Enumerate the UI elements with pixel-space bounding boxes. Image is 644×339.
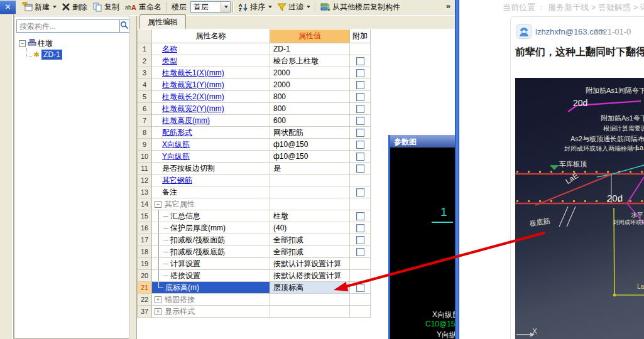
property-name[interactable]: 柱墩截宽2(Y)(mm) [162, 104, 224, 114]
search-input[interactable] [16, 19, 120, 33]
property-value-cell[interactable] [270, 175, 350, 186]
parameter-diagram-canvas[interactable]: 1 X向纵筋 C10@150 Y向纵筋 [390, 148, 456, 339]
table-row[interactable]: 14−其它属性 [137, 198, 371, 210]
property-name-cell[interactable]: 类型 [152, 55, 270, 67]
property-value-cell[interactable]: 800 [270, 103, 350, 115]
attach-checkbox[interactable] [356, 141, 364, 149]
attach-checkbox[interactable] [356, 93, 364, 101]
table-row[interactable]: 22+锚固搭接 [137, 294, 371, 306]
property-name[interactable]: 柱墩截长1(X)(mm) [162, 68, 224, 78]
table-row[interactable]: 10Y向纵筋ф10@150 [137, 151, 371, 163]
property-name-cell[interactable]: 扣减板/筏板底筋 [152, 246, 270, 258]
attach-checkbox[interactable] [356, 153, 364, 161]
table-row[interactable]: 8配筋形式网状配筋 [137, 127, 371, 139]
property-value-cell[interactable]: 全部扣减 [270, 234, 350, 246]
table-row[interactable]: 12其它钢筋 [137, 175, 371, 186]
table-row[interactable]: 15汇总信息柱墩 [137, 210, 371, 222]
rename-button[interactable]: ab A 重命名 [122, 1, 164, 14]
property-value-cell[interactable] [270, 186, 350, 198]
copy-button[interactable]: 复制 [90, 1, 122, 14]
property-value-cell[interactable]: 全部扣减 [270, 246, 350, 258]
table-row[interactable]: 11是否按板边切割是 [137, 163, 371, 175]
breadcrumb[interactable]: 当前位置 ： 服务新干线 > 答疑解惑 > 详 [503, 2, 644, 13]
tree-node-label-selected[interactable]: ZD-1 [41, 50, 62, 60]
property-value-cell[interactable]: 2000 [270, 67, 350, 79]
expand-icon[interactable]: + [155, 308, 161, 315]
attach-checkbox[interactable] [356, 188, 364, 196]
attach-checkbox[interactable] [356, 105, 364, 113]
property-value-cell[interactable]: 800 [270, 91, 350, 103]
property-name-cell[interactable]: 其它钢筋 [152, 175, 270, 186]
table-row[interactable]: 18扣减板/筏板底筋全部扣减 [137, 246, 371, 258]
property-value-cell[interactable]: 是 [270, 163, 350, 175]
filter-button[interactable]: 过滤 [275, 1, 313, 14]
property-name[interactable]: 配筋形式 [162, 127, 192, 138]
property-name-cell[interactable]: X向纵筋 [152, 139, 270, 151]
table-row[interactable]: 9X向纵筋ф10@150 [137, 139, 371, 151]
post-image[interactable]: 附加筋As1间隔夸下20d附加筋As1夸下TW根据计算需要设置As2与板顶通长筋… [515, 78, 644, 339]
property-value-cell[interactable]: 棱台形上柱墩 [270, 55, 350, 67]
attach-checkbox[interactable] [356, 69, 364, 77]
property-value-cell[interactable]: 柱墩 [270, 210, 350, 222]
property-name-cell[interactable]: 柱墩截长1(X)(mm) [152, 67, 270, 79]
toolbar-overflow-chevron[interactable]: » [446, 1, 450, 11]
attach-checkbox[interactable] [356, 236, 364, 244]
table-row[interactable]: 1名称ZD-1 [137, 43, 371, 55]
property-name[interactable]: 其它钢筋 [162, 175, 192, 186]
property-value-cell[interactable] [270, 306, 350, 318]
close-button[interactable]: ✕ [0, 1, 16, 14]
property-name[interactable]: Y向纵筋 [162, 151, 190, 162]
attach-checkbox[interactable] [356, 129, 364, 137]
delete-button[interactable]: 删除 [59, 1, 90, 14]
tree-node-label[interactable]: 柱墩 [36, 38, 54, 49]
property-name-cell[interactable]: 柱墩高度(mm) [152, 115, 270, 127]
floor-combobox[interactable]: 首层 [190, 1, 231, 13]
table-row[interactable]: 17扣减板/筏板面筋全部扣减 [137, 234, 371, 246]
property-name-cell[interactable]: 柱墩截长2(X)(mm) [152, 91, 270, 103]
new-button[interactable]: 新建 [19, 1, 59, 14]
property-value-cell[interactable] [270, 198, 350, 210]
property-name[interactable]: 柱墩高度(mm) [162, 116, 210, 126]
tab-property-edit[interactable]: 属性编辑 [139, 14, 186, 29]
property-value-cell[interactable]: 600 [270, 115, 350, 127]
parameter-diagram-titlebar[interactable]: 参数图 [390, 135, 456, 148]
property-name-cell[interactable]: 汇总信息 [152, 210, 270, 222]
attach-checkbox[interactable] [356, 117, 364, 125]
property-name-cell[interactable]: +锚固搭接 [152, 294, 270, 306]
combo-dropdown-button[interactable] [221, 2, 230, 12]
property-value-cell[interactable] [270, 294, 350, 306]
property-value-cell[interactable]: 层顶标高 [270, 282, 350, 294]
table-row[interactable]: 13备注 [137, 186, 371, 198]
property-value-cell[interactable]: 按默认搭接设置计算 [270, 270, 350, 282]
table-row[interactable]: 7柱墩高度(mm)600 [137, 115, 371, 127]
attach-checkbox[interactable] [356, 284, 364, 292]
property-value-cell[interactable]: 网状配筋 [270, 127, 350, 139]
sort-button[interactable]: A Z 排序 [236, 1, 275, 14]
property-name[interactable]: X向纵筋 [162, 139, 190, 150]
table-row[interactable]: 20搭接设置按默认搭接设置计算 [137, 270, 371, 282]
property-name-cell[interactable]: 备注 [152, 186, 270, 198]
property-name-cell[interactable]: 底标高(m) [152, 282, 270, 294]
table-row[interactable]: 21底标高(m)层顶标高 [137, 282, 371, 294]
property-name[interactable]: 柱墩截宽1(Y)(mm) [162, 80, 224, 90]
attach-checkbox[interactable] [356, 224, 364, 232]
property-name-cell[interactable]: 搭接设置 [152, 270, 270, 282]
table-row[interactable]: 19计算设置按默认计算设置计算 [137, 258, 371, 270]
property-name-cell[interactable]: 是否按板边切割 [152, 163, 270, 175]
attach-checkbox[interactable] [356, 212, 364, 220]
property-name[interactable]: 类型 [162, 56, 177, 67]
property-value-cell[interactable]: 按默认计算设置计算 [270, 258, 350, 270]
tree-collapse-icon[interactable]: − [19, 40, 26, 47]
property-name-cell[interactable]: 柱墩截宽1(Y)(mm) [152, 79, 270, 91]
property-name-cell[interactable]: 扣减板/筏板面筋 [152, 234, 270, 246]
property-name-cell[interactable]: −其它属性 [152, 198, 270, 210]
property-name-cell[interactable]: Y向纵筋 [152, 151, 270, 163]
property-name[interactable]: 柱墩截长2(X)(mm) [162, 92, 224, 102]
property-name-cell[interactable]: +显示样式 [152, 306, 270, 318]
search-button[interactable] [120, 19, 129, 33]
property-value-cell[interactable]: ZD-1 [270, 43, 350, 55]
collapse-icon[interactable]: − [155, 201, 161, 208]
expand-icon[interactable]: + [155, 296, 161, 303]
attach-checkbox[interactable] [356, 248, 364, 256]
table-row[interactable]: 37+显示样式 [137, 306, 371, 318]
